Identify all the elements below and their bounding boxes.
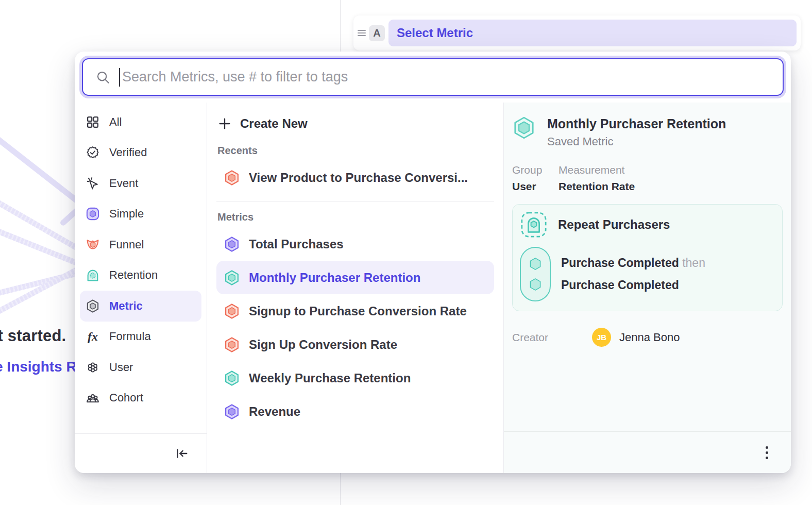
grid-icon — [85, 114, 100, 130]
drag-handle-icon[interactable] — [358, 30, 366, 36]
metric-row: A Select Metric — [353, 15, 801, 50]
repeat-purchasers-icon — [520, 211, 548, 239]
sidebar-item-label: Metric — [109, 299, 143, 313]
sidebar-item-label: Verified — [109, 146, 147, 159]
metric-item-sign-up-conversion-rate[interactable]: Sign Up Conversion Rate — [216, 328, 494, 361]
formula-icon: fx — [85, 329, 100, 344]
retention-hexagon-icon — [224, 370, 240, 386]
group-value: User — [512, 180, 559, 193]
sidebar-item-label: All — [109, 115, 122, 129]
text-caret — [119, 68, 120, 87]
more-options-icon[interactable] — [763, 443, 771, 462]
detail-subtitle: Saved Metric — [547, 135, 726, 148]
recent-metric-label: View Product to Purchase Conversi... — [249, 171, 468, 185]
retention-metric-icon — [85, 267, 100, 283]
get-started-headline-fragment: et started. — [0, 327, 66, 345]
search-input[interactable] — [122, 69, 770, 85]
metric-item-monthly-purchaser-retention[interactable]: Monthly Purchaser Retention — [216, 261, 494, 294]
detail-footer — [504, 431, 791, 473]
sidebar-item-label: Cohort — [109, 391, 143, 405]
recent-metric-item[interactable]: View Product to Purchase Conversi... — [216, 161, 494, 194]
sidebar-item-user[interactable]: User — [80, 352, 201, 383]
funnel-hexagon-icon — [224, 170, 240, 186]
sidebar-item-label: Retention — [109, 268, 158, 282]
definition-connector: then — [682, 256, 705, 270]
row-letter-badge[interactable]: A — [369, 25, 385, 41]
sidebar-item-label: Funnel — [109, 238, 144, 251]
sidebar-item-label: User — [109, 361, 133, 374]
metric-picker-modal: All Verified Event — [75, 52, 791, 473]
creator-label: Creator — [512, 331, 592, 344]
sidebar-item-all[interactable]: All — [80, 107, 201, 138]
group-label: Group — [512, 164, 559, 176]
sidebar-item-metric[interactable]: Metric — [80, 291, 201, 322]
detail-title: Monthly Purchaser Retention — [547, 116, 726, 132]
metric-detail-panel: Monthly Purchaser Retention Saved Metric… — [504, 103, 791, 473]
metric-item-label: Weekly Purchase Retention — [249, 371, 411, 385]
metric-item-label: Monthly Purchaser Retention — [249, 271, 420, 285]
metric-item-signup-to-purchase-conversion-rate[interactable]: Signup to Purchase Conversion Rate — [216, 294, 494, 328]
definition-title: Repeat Purchasers — [558, 217, 670, 232]
definition-step-2: Purchase Completed — [561, 278, 705, 292]
search-bar[interactable] — [82, 58, 784, 96]
sidebar-item-event[interactable]: Event — [80, 168, 201, 199]
funnel-hexagon-icon — [224, 336, 240, 353]
sidebar-item-retention[interactable]: Retention — [80, 260, 201, 291]
metric-item-label: Revenue — [249, 405, 300, 419]
event-hexagon-icon — [528, 277, 543, 292]
sidebar-item-label: Event — [109, 177, 138, 190]
event-sequence-capsule — [520, 247, 551, 301]
metric-item-total-purchases[interactable]: Total Purchases — [216, 227, 494, 261]
event-hexagon-icon — [528, 257, 543, 271]
sidebar-item-simple[interactable]: Simple — [80, 199, 201, 230]
sidebar-item-formula[interactable]: fx Formula — [80, 322, 201, 352]
insights-report-link-fragment[interactable]: e Insights Re — [0, 359, 84, 375]
creator-name: Jenna Bono — [619, 331, 680, 344]
sidebar-item-funnel[interactable]: Funnel — [80, 229, 201, 260]
metric-item-label: Signup to Purchase Conversion Rate — [249, 304, 467, 318]
create-new-label: Create New — [240, 116, 308, 131]
creator-avatar[interactable]: JB — [592, 328, 611, 347]
sidebar-item-verified[interactable]: Verified — [80, 138, 201, 169]
simple-metric-icon — [85, 206, 100, 222]
metrics-section-label: Metrics — [217, 211, 493, 223]
metric-item-label: Sign Up Conversion Rate — [249, 338, 397, 352]
metric-item-revenue[interactable]: Revenue — [216, 395, 494, 428]
create-new-button[interactable]: Create New — [217, 110, 493, 138]
saved-metric-icon — [85, 298, 100, 314]
sidebar-item-label: Simple — [109, 207, 144, 221]
retention-hexagon-icon — [224, 270, 240, 286]
simple-hexagon-icon — [224, 403, 240, 420]
recents-section-label: Recents — [217, 145, 493, 157]
search-icon — [95, 70, 111, 85]
verified-badge-icon — [85, 145, 100, 160]
funnel-hexagon-icon — [224, 303, 240, 319]
definition-step-1: Purchase Completed — [561, 256, 679, 270]
measurement-label: Measurement — [559, 164, 635, 176]
results-list: Create New Recents View Product to Purch… — [207, 103, 504, 473]
user-cluster-icon — [85, 360, 100, 375]
select-metric-button[interactable]: Select Metric — [388, 20, 797, 46]
plus-icon — [217, 116, 232, 131]
simple-hexagon-icon — [224, 236, 240, 252]
select-metric-label: Select Metric — [397, 26, 473, 40]
funnel-metric-icon — [85, 237, 100, 252]
sidebar-item-cohort[interactable]: Cohort — [80, 383, 201, 414]
sidebar-item-label: Formula — [109, 330, 151, 343]
definition-card: Repeat Purchasers Purchase Completed the — [512, 204, 783, 311]
metric-item-weekly-purchase-retention[interactable]: Weekly Purchase Retention — [216, 361, 494, 395]
cohort-people-icon — [85, 390, 100, 406]
saved-metric-hexagon-icon — [512, 116, 536, 140]
collapse-sidebar-icon[interactable] — [175, 446, 189, 461]
metric-item-label: Total Purchases — [249, 237, 344, 251]
list-divider — [216, 201, 494, 202]
measurement-value: Retention Rate — [559, 180, 635, 193]
event-cursor-icon — [85, 176, 100, 191]
filter-sidebar: All Verified Event — [75, 103, 207, 473]
sidebar-footer — [75, 433, 207, 473]
